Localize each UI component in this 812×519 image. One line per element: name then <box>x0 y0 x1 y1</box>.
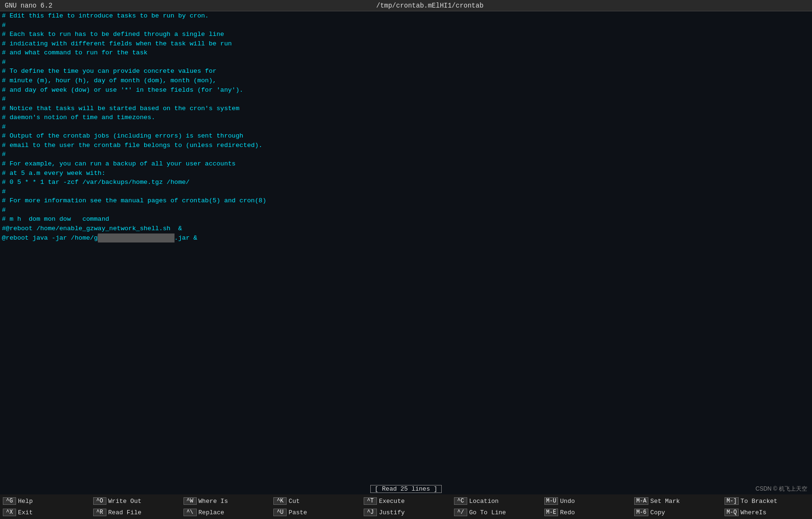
shortcut-key: ^\ <box>183 509 197 516</box>
shortcut-item[interactable]: M-UUndo <box>541 495 632 507</box>
shortcut-item[interactable]: ^/Go To Line <box>451 507 541 518</box>
editor-line: # m h dom mon dow command <box>2 215 810 224</box>
shortcut-label: Where Is <box>199 498 228 505</box>
shortcut-key: M-] <box>725 497 739 505</box>
shortcut-key: ^X <box>3 509 16 516</box>
shortcut-label: Read File <box>108 509 141 516</box>
editor-line: # Notice that tasks will be started base… <box>2 104 810 113</box>
editor-line: # and day of week (dow) or use '*' in th… <box>2 86 810 95</box>
shortcut-key: ^U <box>273 509 287 516</box>
shortcut-label: Paste <box>288 509 307 516</box>
shortcut-label: Write Out <box>108 498 141 505</box>
shortcut-label: To Bracket <box>741 498 777 505</box>
shortcut-item[interactable]: ^TExecute <box>361 495 451 507</box>
editor-line: # For more information see the manual pa… <box>2 196 810 206</box>
editor-line: # <box>2 21 810 30</box>
shortcuts-bar: ^GHelp^OWrite Out^WWhere Is^KCut^TExecut… <box>0 494 812 519</box>
editor-line: @reboot java -jar /home/g███████████████… <box>2 234 810 243</box>
shortcut-item[interactable]: ^GHelp <box>0 495 90 507</box>
shortcut-item[interactable]: ^RRead File <box>90 507 181 518</box>
shortcut-label: Copy <box>650 509 665 516</box>
shortcut-key: ^O <box>93 497 106 505</box>
editor-line: #@reboot /home/enable_gzway_network_shel… <box>2 224 810 234</box>
editor-line: # 0 5 * * 1 tar -zcf /var/backups/home.t… <box>2 178 810 187</box>
editor-line: # <box>2 206 810 215</box>
shortcut-item[interactable]: M-6Copy <box>631 507 722 518</box>
editor-line: # To define the time you can provide con… <box>2 67 810 76</box>
redacted-text: ████████████████████ <box>98 234 175 243</box>
shortcut-item[interactable]: ^WWhere Is <box>181 495 271 507</box>
editor-area[interactable]: # Edit this file to introduce tasks to b… <box>0 11 812 484</box>
shortcut-item[interactable]: ^JJustify <box>361 507 451 518</box>
shortcut-label: Replace <box>199 509 225 516</box>
shortcut-label: Exit <box>18 509 33 516</box>
editor-line: # minute (m), hour (h), day of month (do… <box>2 76 810 86</box>
shortcut-label: Set Mark <box>650 498 680 505</box>
shortcut-label: Justify <box>379 509 405 516</box>
shortcut-key: M-Q <box>725 509 739 516</box>
shortcut-key: M-E <box>544 509 559 516</box>
editor-line: # <box>2 122 810 132</box>
shortcut-key: M-6 <box>634 509 648 516</box>
shortcut-item[interactable]: ^XExit <box>0 507 90 518</box>
shortcut-key: ^R <box>93 509 106 516</box>
editor-line: # <box>2 95 810 104</box>
shortcut-label: Undo <box>560 498 575 505</box>
shortcut-key: ^T <box>364 497 377 505</box>
shortcut-label: Location <box>469 498 498 505</box>
shortcut-key: ^J <box>364 509 377 516</box>
status-message: [ Read 25 lines ] <box>370 485 442 493</box>
editor-line: # and what command to run for the task <box>2 48 810 58</box>
shortcut-key: ^W <box>183 497 197 505</box>
shortcut-item[interactable]: M-ASet Mark <box>631 495 722 507</box>
editor-line: # <box>2 150 810 159</box>
shortcut-key: M-U <box>544 497 559 505</box>
editor-line: # daemon's notion of time and timezones. <box>2 113 810 122</box>
shortcut-key: M-A <box>634 497 648 505</box>
shortcut-label: Execute <box>379 498 405 505</box>
editor-line: # Edit this file to introduce tasks to b… <box>2 11 810 21</box>
shortcut-key: ^/ <box>454 509 467 516</box>
shortcut-item[interactable]: ^\Replace <box>181 507 271 518</box>
shortcut-row-2: ^XExit^RRead File^\Replace^UPaste^JJusti… <box>0 507 812 518</box>
app-title: GNU nano 6.2 <box>5 2 52 9</box>
shortcut-item[interactable]: M-ERedo <box>541 507 632 518</box>
editor-line: # at 5 a.m every week with: <box>2 169 810 178</box>
shortcut-label: WhereIs <box>741 509 767 516</box>
shortcut-item[interactable]: M-]To Bracket <box>722 495 812 507</box>
shortcut-key: ^K <box>273 497 287 505</box>
shortcut-item[interactable]: ^CLocation <box>451 495 541 507</box>
editor-line: # <box>2 58 810 67</box>
watermark: CSDN © 机飞上天空 <box>755 485 807 493</box>
editor-line: # indicating with different fields when … <box>2 39 810 49</box>
shortcut-item[interactable]: ^OWrite Out <box>90 495 181 507</box>
shortcut-label: Cut <box>288 498 299 505</box>
editor-line: # Each task to run has to be defined thr… <box>2 30 810 39</box>
shortcut-item[interactable]: ^UPaste <box>271 507 361 518</box>
file-path: /tmp/crontab.mElHI1/crontab <box>376 2 483 9</box>
editor-line: # For example, you can run a backup of a… <box>2 159 810 169</box>
status-bar: [ Read 25 lines ] <box>0 484 812 494</box>
titlebar: GNU nano 6.2 /tmp/crontab.mElHI1/crontab <box>0 0 812 11</box>
editor-line: # <box>2 187 810 197</box>
shortcut-label: Go To Line <box>469 509 506 516</box>
shortcut-key: ^C <box>454 497 467 505</box>
shortcut-row-1: ^GHelp^OWrite Out^WWhere Is^KCut^TExecut… <box>0 495 812 507</box>
shortcut-item[interactable]: ^KCut <box>271 495 361 507</box>
shortcut-key: ^G <box>3 497 16 505</box>
shortcut-label: Help <box>18 498 33 505</box>
shortcut-item[interactable]: M-QWhereIs <box>722 507 812 518</box>
shortcut-label: Redo <box>560 509 575 516</box>
editor-line: # Output of the crontab jobs (including … <box>2 131 810 141</box>
editor-line: # email to the user the crontab file bel… <box>2 141 810 150</box>
